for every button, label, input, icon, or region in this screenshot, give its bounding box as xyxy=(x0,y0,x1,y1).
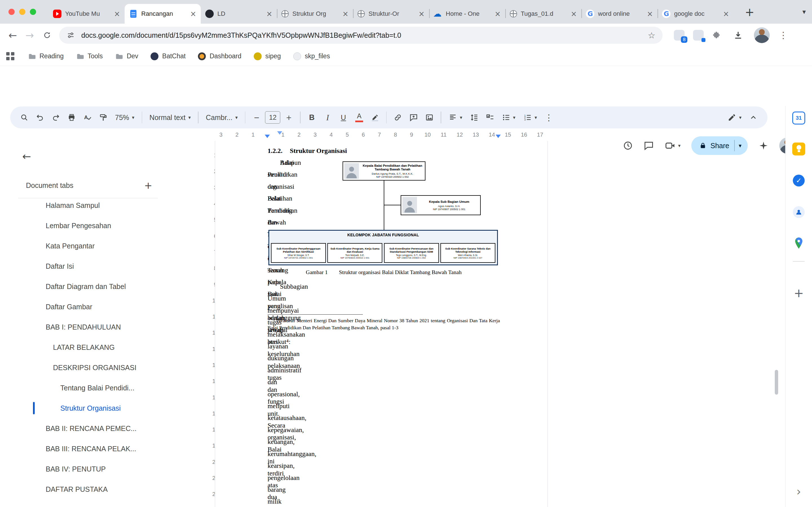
meet-video-button[interactable]: ▾ xyxy=(665,140,680,151)
browser-tab[interactable]: Struktur Org × xyxy=(277,4,353,24)
browser-menu-icon[interactable]: ⋮ xyxy=(779,30,788,41)
apps-grid-icon[interactable] xyxy=(6,52,14,60)
browser-tab[interactable]: Struktur-Or × xyxy=(353,4,429,24)
fullscreen-window-button[interactable] xyxy=(30,9,36,15)
document-tab-item[interactable]: Halaman Sampul xyxy=(0,195,210,216)
document-tab-item[interactable]: BAB IV: PENUTUP xyxy=(0,459,210,479)
paint-format-button[interactable] xyxy=(96,110,110,125)
bookmark-item[interactable]: Reading xyxy=(28,52,64,60)
document-tab-item[interactable]: BAB III: RENCANA PELAK... xyxy=(0,439,210,459)
browser-tab[interactable]: google doc × xyxy=(658,4,733,24)
keep-icon[interactable] xyxy=(792,143,805,156)
bold-button[interactable]: B xyxy=(305,110,319,125)
document-tab-item[interactable]: Daftar Isi xyxy=(0,256,210,276)
document-tab-item[interactable]: DESKRIPSI ORGANISASI xyxy=(0,357,210,378)
footnote-text[interactable]: ³ Peraturan Menteri Energi Dan Sumber Da… xyxy=(267,317,500,331)
horizontal-ruler[interactable]: 321 1234567891011121314151617 xyxy=(215,130,548,141)
tab-close-icon[interactable]: × xyxy=(418,10,424,18)
styles-select[interactable]: Normal text ▾ xyxy=(146,110,194,125)
tab-search-chevron-icon[interactable]: ▾ xyxy=(802,8,806,16)
bookmark-item[interactable]: sipeg xyxy=(254,52,281,60)
document-tab-item[interactable]: Daftar Diagram dan Tabel xyxy=(0,276,210,297)
section-heading[interactable]: 1.2.2. Struktur Organisasi xyxy=(267,145,500,157)
insert-image-button[interactable] xyxy=(422,110,437,125)
org-chart-figure[interactable]: Kepala Balai Pendidikan dan Pelatihan Ta… xyxy=(267,160,499,267)
contacts-icon[interactable] xyxy=(792,206,805,219)
url-bar[interactable]: docs.google.com/document/d/15ps6vyM2mme3… xyxy=(59,27,663,44)
bookmark-item[interactable]: skp_files xyxy=(293,52,330,60)
more-options-button[interactable]: ⋮ xyxy=(542,110,556,125)
downloads-icon[interactable] xyxy=(733,30,743,40)
document-tab-item[interactable]: Kata Pengantar xyxy=(0,236,210,256)
document-tab-item[interactable]: DAFTAR PUSTAKA xyxy=(0,479,210,499)
browser-tab[interactable]: Rancangan × xyxy=(124,4,201,24)
url-text[interactable]: docs.google.com/document/d/15ps6vyM2mme3… xyxy=(81,31,648,40)
spellcheck-button[interactable]: A xyxy=(80,110,95,125)
bookmark-item[interactable]: BatChat xyxy=(151,52,186,60)
text-color-button[interactable]: A xyxy=(352,110,366,125)
underline-button[interactable]: U xyxy=(336,110,351,125)
site-info-icon[interactable] xyxy=(66,31,75,40)
tab-close-icon[interactable]: × xyxy=(114,10,120,18)
line-spacing-button[interactable] xyxy=(467,110,481,125)
share-button[interactable]: Share ▾ xyxy=(691,136,748,155)
gemini-sparkle-icon[interactable] xyxy=(758,140,769,151)
document-page[interactable]: 1.2.2. Struktur Organisasi Balai Pendidi… xyxy=(215,141,548,507)
minimize-window-button[interactable] xyxy=(19,9,26,15)
font-size-input[interactable]: 12 xyxy=(265,111,280,124)
close-window-button[interactable] xyxy=(8,9,15,15)
italic-button[interactable]: I xyxy=(320,110,335,125)
reload-button[interactable] xyxy=(43,31,51,40)
document-tab-item[interactable]: BAB I: PENDAHULUAN xyxy=(0,317,210,337)
tab-close-icon[interactable]: × xyxy=(571,10,577,18)
collapse-toolbar-button[interactable] xyxy=(746,110,761,125)
increase-font-size-button[interactable]: + xyxy=(282,110,296,125)
undo-button[interactable] xyxy=(33,110,47,125)
browser-tab[interactable]: word online × xyxy=(581,4,658,24)
profile-avatar[interactable] xyxy=(754,27,770,43)
document-tab-item[interactable]: Tentang Balai Pendidi... xyxy=(0,378,210,398)
hide-panel-arrow-icon[interactable]: ← xyxy=(22,151,31,163)
extensions-puzzle-icon[interactable] xyxy=(712,31,721,40)
insert-link-button[interactable] xyxy=(391,110,405,125)
tab-close-icon[interactable]: × xyxy=(495,10,501,18)
zoom-select[interactable]: 75% ▾ xyxy=(112,110,138,125)
browser-tab[interactable]: Home - One × xyxy=(429,4,505,24)
forward-button[interactable]: → xyxy=(26,30,34,41)
bookmark-item[interactable]: Dev xyxy=(115,52,138,60)
tab-close-icon[interactable]: × xyxy=(723,10,729,18)
calendar-icon[interactable]: 31 xyxy=(792,112,805,124)
document-tab-item[interactable]: Lembar Pengesahan xyxy=(0,216,210,236)
numbered-list-button[interactable]: 123 ▾ xyxy=(520,110,541,125)
back-button[interactable]: ← xyxy=(8,30,17,41)
document-tab-item[interactable]: BAB II: RENCANA PEMEC... xyxy=(0,418,210,439)
bookmark-star-icon[interactable]: ☆ xyxy=(648,31,655,40)
comments-icon[interactable] xyxy=(644,140,654,151)
browser-tab[interactable]: LD × xyxy=(201,4,277,24)
bookmark-item[interactable]: Tools xyxy=(76,52,103,60)
add-document-tab-icon[interactable]: + xyxy=(144,180,153,191)
extension-icon[interactable] xyxy=(693,30,704,41)
align-button[interactable]: ▾ xyxy=(445,110,466,125)
tab-close-icon[interactable]: × xyxy=(190,10,196,18)
browser-tab[interactable]: YouTube Mu × xyxy=(49,4,124,24)
extension-icon[interactable]: 8 xyxy=(674,30,684,41)
tasks-icon[interactable]: ✓ xyxy=(792,174,805,187)
document-tab-item[interactable]: LATAR BELAKANG xyxy=(0,337,210,357)
share-dropdown-icon[interactable]: ▾ xyxy=(735,142,746,149)
tab-close-icon[interactable]: × xyxy=(266,10,272,18)
document-tab-item[interactable]: Daftar Gambar xyxy=(0,297,210,317)
figure-caption[interactable]: Gambar 1 Struktur organisasi Balai Dikla… xyxy=(267,269,500,276)
expand-panel-chevron-icon[interactable]: › xyxy=(797,485,801,498)
add-comment-button[interactable] xyxy=(406,110,421,125)
new-tab-button[interactable]: + xyxy=(745,6,755,18)
checklist-button[interactable] xyxy=(483,110,497,125)
highlight-color-button[interactable] xyxy=(368,110,382,125)
print-button[interactable] xyxy=(64,110,79,125)
font-select[interactable]: Cambr... ▾ xyxy=(202,110,241,125)
browser-tab[interactable]: Tugas_01.d × xyxy=(505,4,581,24)
document-tab-item[interactable]: Struktur Organisasi xyxy=(0,398,210,418)
bookmark-item[interactable]: Dashboard xyxy=(198,52,241,60)
tab-close-icon[interactable]: × xyxy=(647,10,653,18)
version-history-icon[interactable] xyxy=(623,140,633,151)
